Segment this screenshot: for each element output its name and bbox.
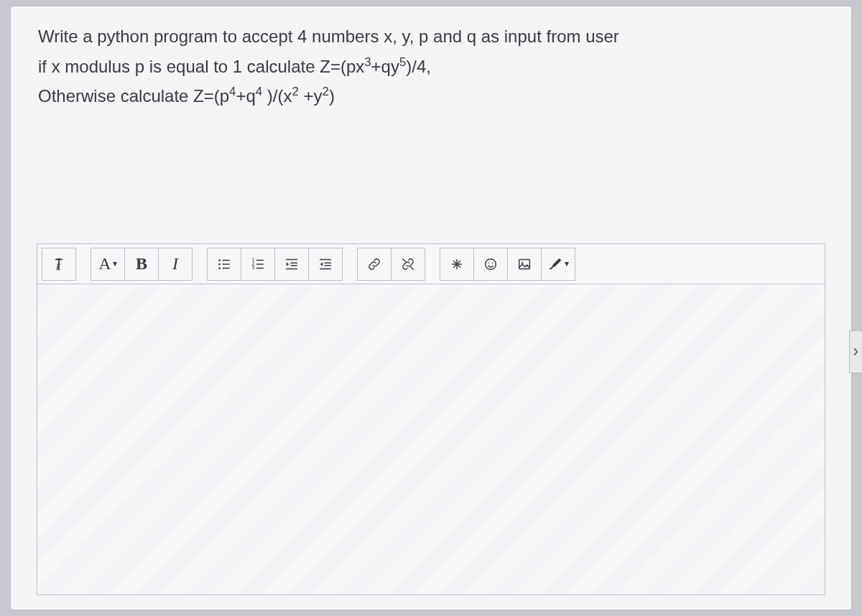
indent-decrease-icon [318, 256, 333, 272]
numbered-list-icon: 1 2 3 [250, 256, 266, 272]
svg-line-23 [411, 266, 414, 269]
link-button[interactable] [357, 248, 391, 281]
chevron-down-icon: ▾ [113, 258, 117, 269]
indent-increase-icon [284, 256, 300, 272]
svg-point-32 [522, 261, 523, 263]
rich-text-editor: A ▾ B I [37, 243, 825, 595]
chevron-right-icon [850, 344, 862, 360]
smile-icon [483, 256, 499, 272]
brush-icon [547, 256, 563, 272]
svg-line-22 [403, 258, 406, 261]
side-expand-tab[interactable] [849, 330, 862, 373]
question-line-1: Write a python program to accept 4 numbe… [38, 22, 824, 51]
svg-rect-31 [519, 259, 530, 269]
svg-marker-21 [320, 262, 323, 266]
question-line-2: if x modulus p is equal to 1 calculate Z… [38, 52, 824, 81]
answer-editor: A ▾ B I [11, 243, 851, 610]
svg-marker-16 [287, 262, 289, 266]
link-icon [366, 256, 382, 272]
svg-point-1 [218, 263, 221, 265]
asterisk-icon [449, 256, 465, 272]
indent-decrease-button[interactable] [308, 248, 343, 281]
bold-label: B [136, 254, 147, 274]
italic-button[interactable]: I [158, 248, 193, 281]
numbered-list-button[interactable]: 1 2 3 [241, 248, 275, 281]
bullet-list-button[interactable] [207, 248, 241, 281]
indent-increase-button[interactable] [274, 248, 309, 281]
editor-content-area[interactable] [37, 284, 825, 594]
bold-button[interactable]: B [124, 248, 159, 281]
format-clear-button[interactable] [42, 248, 76, 281]
svg-point-2 [218, 267, 221, 269]
unlink-button[interactable] [391, 248, 425, 281]
chevron-down-icon: ▾ [565, 258, 569, 269]
svg-point-29 [488, 262, 489, 263]
math-editor-button[interactable] [440, 248, 474, 281]
svg-point-30 [492, 262, 493, 263]
question-text: Write a python program to accept 4 numbe… [11, 6, 851, 243]
image-icon [516, 256, 532, 272]
italic-label: I [172, 254, 178, 274]
bullet-list-icon [216, 256, 232, 272]
svg-point-0 [218, 259, 221, 261]
emoji-button[interactable] [473, 248, 508, 281]
question-panel: Write a python program to accept 4 numbe… [10, 6, 852, 610]
unlink-icon [400, 256, 416, 272]
image-button[interactable] [507, 248, 542, 281]
svg-point-28 [486, 258, 496, 269]
editor-toolbar: A ▾ B I [37, 244, 825, 284]
question-line-3: Otherwise calculate Z=(p4+q4 )/(x2 +y2) [38, 82, 824, 111]
font-style-button[interactable]: A ▾ [91, 248, 125, 281]
format-clear-icon [51, 256, 67, 272]
font-style-label: A [98, 254, 111, 274]
brush-button[interactable]: ▾ [541, 248, 575, 281]
svg-text:3: 3 [252, 265, 255, 270]
